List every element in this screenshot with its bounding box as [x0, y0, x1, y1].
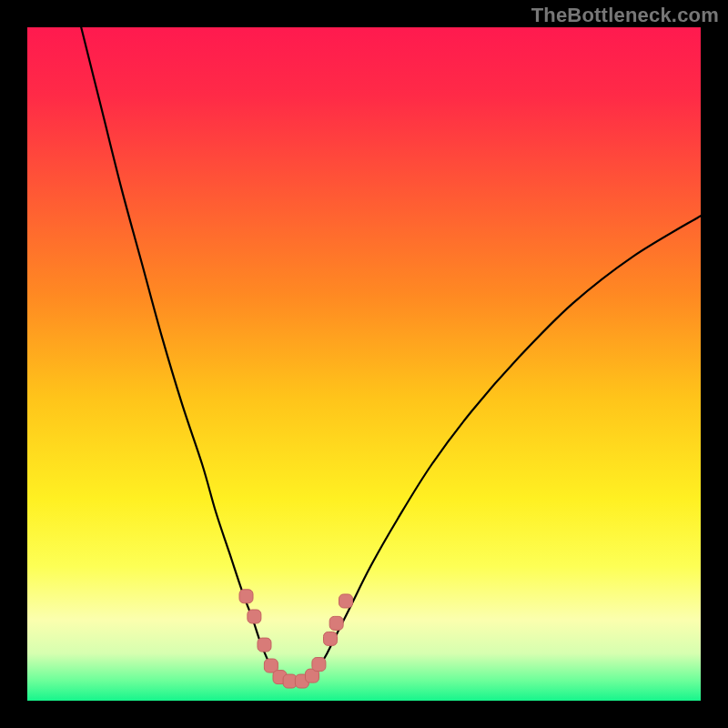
- curve-marker: [248, 610, 261, 623]
- curve-marker: [312, 658, 326, 672]
- curve-marker: [283, 674, 297, 688]
- curve-marker: [324, 632, 338, 645]
- chart-frame: TheBottleneck.com: [0, 0, 728, 728]
- curve-marker: [239, 590, 253, 603]
- curve-marker: [258, 638, 271, 652]
- watermark-text: TheBottleneck.com: [531, 4, 719, 27]
- bottleneck-curve: [27, 27, 701, 701]
- plot-area: [27, 27, 701, 701]
- curve-marker: [329, 616, 343, 630]
- curve-marker: [339, 594, 353, 608]
